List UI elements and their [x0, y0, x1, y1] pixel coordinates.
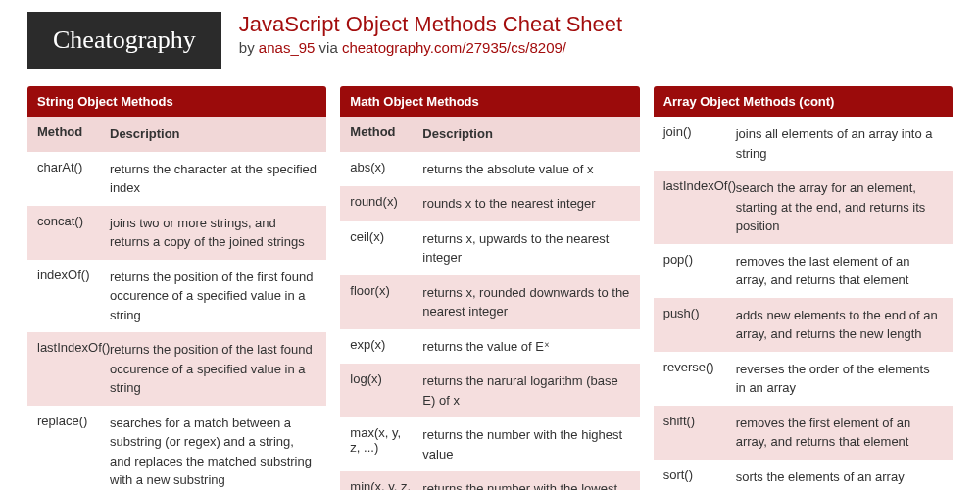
cell-desc: returns the narural logarithm (base E) o… — [418, 364, 639, 417]
column-array: Array Object Methods (cont) join() joins… — [654, 86, 953, 490]
table-row: ceil(x) returns x, upwards to the neares… — [340, 221, 639, 275]
cell-desc: removes the first element of an array, a… — [732, 406, 953, 460]
table-row: abs(x) returns the absolute value of x — [340, 152, 639, 187]
cell-desc: returns the number with the lowest value — [418, 471, 639, 490]
source-link[interactable]: cheatography.com/27935/cs/8209/ — [342, 39, 566, 56]
table-row: reverse() reverses the order of the elem… — [654, 352, 953, 406]
table-header: Method Description — [27, 117, 326, 152]
table-row: exp(x) returns the value of Eˣ — [340, 329, 639, 365]
th-method: Method — [340, 117, 418, 152]
table-row: concat() joins two or more strings, and … — [27, 206, 326, 260]
table-row: min(x, y, z, ...) returns the number wit… — [340, 471, 639, 490]
cell-desc: returns the number with the highest valu… — [418, 417, 639, 471]
table-row: round(x) rounds x to the nearest integer — [340, 186, 639, 221]
th-method: Method — [27, 117, 106, 152]
cell-desc: reverses the order of the elements in an… — [732, 352, 953, 406]
table-row: replace() searches for a match between a… — [27, 406, 326, 491]
cell-desc: searches for a match between a substring… — [106, 406, 326, 491]
cell-desc: returns the absolute value of x — [418, 152, 639, 187]
cell-method: sort() — [654, 460, 732, 491]
cell-method: abs(x) — [340, 152, 418, 187]
cell-method: shift() — [654, 406, 732, 460]
section-header-array: Array Object Methods (cont) — [654, 86, 953, 117]
author-link[interactable]: anas_95 — [259, 39, 316, 56]
cell-method: replace() — [27, 406, 106, 491]
cell-method: concat() — [27, 206, 106, 260]
table-row: floor(x) returns x, rounded downwards to… — [340, 275, 639, 329]
column-string: String Object Methods Method Description… — [27, 86, 326, 490]
table-row: log(x) returns the narural logarithm (ba… — [340, 364, 639, 417]
table-row: shift() removes the first element of an … — [654, 406, 953, 460]
table-row: lastIndexOf() returns the position of th… — [27, 332, 326, 406]
cell-desc: returns the position of the last found o… — [106, 332, 326, 406]
cell-method: min(x, y, z, ...) — [340, 471, 418, 490]
section-header-string: String Object Methods — [27, 86, 326, 117]
cell-method: pop() — [654, 244, 732, 298]
byline-prefix: by — [239, 39, 259, 56]
cell-method: exp(x) — [340, 329, 418, 365]
cell-desc: returns x, upwards to the nearest intege… — [418, 221, 639, 275]
column-math: Math Object Methods Method Description a… — [340, 86, 639, 490]
table-row: max(x, y, z, ...) returns the number wit… — [340, 417, 639, 471]
cell-method: indexOf() — [27, 260, 106, 333]
cell-desc: rounds x to the nearest integer — [418, 186, 639, 221]
cell-method: lastIndexOf() — [654, 171, 732, 244]
table-row: push() adds new elements to the end of a… — [654, 298, 953, 352]
cell-method: round(x) — [340, 186, 418, 221]
cell-method: ceil(x) — [340, 221, 418, 275]
cell-desc: search the array for an element, startin… — [732, 171, 953, 244]
site-logo: Cheatography — [27, 12, 221, 69]
cell-desc: removes the last element of an array, an… — [732, 244, 953, 298]
cell-desc: sorts the elements of an array — [732, 460, 953, 491]
cell-desc: returns the position of the first found … — [106, 260, 326, 333]
cell-method: floor(x) — [340, 275, 418, 329]
table-row: sort() sorts the elements of an array — [654, 460, 953, 491]
cell-method: log(x) — [340, 364, 418, 417]
table-header: Method Description — [340, 117, 639, 152]
byline: by anas_95 via cheatography.com/27935/cs… — [239, 39, 622, 56]
byline-via: via — [315, 39, 342, 56]
page-title: JavaScript Object Methods Cheat Sheet — [239, 12, 622, 37]
columns: String Object Methods Method Description… — [27, 86, 953, 490]
cell-desc: joins all elements of an array into a st… — [732, 117, 953, 171]
cell-desc: returns the character at the specified i… — [106, 152, 326, 206]
cell-desc: adds new elements to the end of an array… — [732, 298, 953, 352]
cell-method: charAt() — [27, 152, 106, 206]
table-row: join() joins all elements of an array in… — [654, 117, 953, 171]
table-row: lastIndexOf() search the array for an el… — [654, 171, 953, 244]
cell-method: join() — [654, 117, 732, 171]
th-description: Description — [418, 117, 639, 152]
table-row: charAt() returns the character at the sp… — [27, 152, 326, 206]
section-header-math: Math Object Methods — [340, 86, 639, 117]
cell-desc: returns the value of Eˣ — [418, 329, 639, 365]
cell-desc: returns x, rounded downwards to the near… — [418, 275, 639, 329]
title-block: JavaScript Object Methods Cheat Sheet by… — [239, 12, 622, 56]
table-row: pop() removes the last element of an arr… — [654, 244, 953, 298]
table-row: indexOf() returns the position of the fi… — [27, 260, 326, 333]
cell-method: lastIndexOf() — [27, 332, 106, 406]
th-description: Description — [106, 117, 326, 152]
cell-desc: joins two or more strings, and returns a… — [106, 206, 326, 260]
header: Cheatography JavaScript Object Methods C… — [27, 12, 953, 69]
cell-method: reverse() — [654, 352, 732, 406]
cell-method: max(x, y, z, ...) — [340, 417, 418, 471]
cell-method: push() — [654, 298, 732, 352]
